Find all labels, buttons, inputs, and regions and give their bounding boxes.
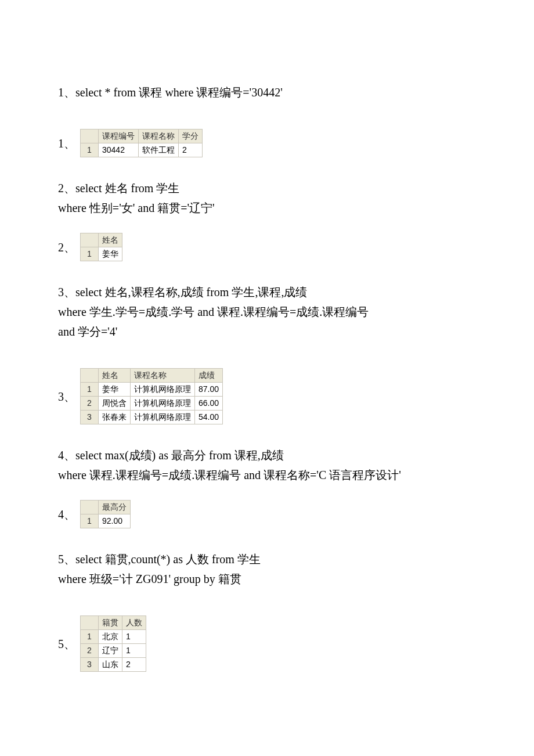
row-number: 1 xyxy=(81,143,99,157)
row-number: 1 xyxy=(81,514,99,528)
cell: 66.00 xyxy=(195,397,223,411)
q5-label: 5、 xyxy=(58,635,75,653)
q2-sql-line1: 2、select 姓名 from 学生 xyxy=(58,179,476,197)
q1-sql: 1、select * from 课程 where 课程编号='30442' xyxy=(58,84,476,101)
cell: 周悦含 xyxy=(99,397,131,411)
grid-corner xyxy=(81,129,99,143)
col-header: 最高分 xyxy=(99,501,131,514)
cell: 54.00 xyxy=(195,411,223,424)
cell: 2 xyxy=(179,143,203,157)
row-number: 1 xyxy=(81,247,99,261)
table-row: 1 姜华 计算机网络原理 87.00 xyxy=(81,383,223,397)
grid-corner xyxy=(81,616,99,630)
col-header: 课程名称 xyxy=(139,129,179,143)
row-number: 1 xyxy=(81,383,99,397)
col-header: 姓名 xyxy=(99,233,122,247)
q3-result-grid: 姓名 课程名称 成绩 1 姜华 计算机网络原理 87.00 2 周悦含 计算机网… xyxy=(80,368,223,424)
q4-sql-line1: 4、select max(成绩) as 最高分 from 课程,成绩 xyxy=(58,447,476,464)
cell: 计算机网络原理 xyxy=(131,411,195,424)
row-number: 1 xyxy=(81,630,99,644)
grid-corner xyxy=(81,369,99,383)
cell: 1 xyxy=(122,644,146,658)
q4-result-grid: 最高分 1 92.00 xyxy=(80,500,131,528)
col-header: 姓名 xyxy=(99,369,131,383)
row-number: 2 xyxy=(81,644,99,658)
cell: 山东 xyxy=(99,658,122,672)
q1-label: 1、 xyxy=(58,135,75,152)
q3-sql-line3: and 学分='4' xyxy=(58,323,476,340)
table-row: 2 周悦含 计算机网络原理 66.00 xyxy=(81,397,223,411)
cell: 计算机网络原理 xyxy=(131,383,195,397)
grid-corner xyxy=(81,501,99,514)
row-number: 2 xyxy=(81,397,99,411)
table-row: 1 姜华 xyxy=(81,247,122,261)
q1-result-block: 1、 课程编号 课程名称 学分 1 30442 软件工程 2 xyxy=(58,129,476,157)
cell: 2 xyxy=(122,658,146,672)
table-row: 3 张春来 计算机网络原理 54.00 xyxy=(81,411,223,424)
col-header: 成绩 xyxy=(195,369,223,383)
document-page: 1、select * from 课程 where 课程编号='30442' 1、… xyxy=(0,0,534,707)
q4-result-block: 4、 最高分 1 92.00 xyxy=(58,500,476,528)
table-row: 1 北京 1 xyxy=(81,630,146,644)
cell: 30442 xyxy=(99,143,139,157)
cell: 软件工程 xyxy=(139,143,179,157)
cell: 92.00 xyxy=(99,514,131,528)
cell: 张春来 xyxy=(99,411,131,424)
table-row: 2 辽宁 1 xyxy=(81,644,146,658)
q3-sql-line1: 3、select 姓名,课程名称,成绩 from 学生,课程,成绩 xyxy=(58,283,476,301)
grid-corner xyxy=(81,233,99,247)
q2-label: 2、 xyxy=(58,239,75,256)
q5-sql-line1: 5、select 籍贯,count(*) as 人数 from 学生 xyxy=(58,550,476,568)
col-header: 课程名称 xyxy=(131,369,195,383)
table-row: 1 92.00 xyxy=(81,514,131,528)
q5-result-grid: 籍贯 人数 1 北京 1 2 辽宁 1 3 山东 2 xyxy=(80,615,146,672)
table-row: 3 山东 2 xyxy=(81,658,146,672)
row-number: 3 xyxy=(81,658,99,672)
q3-sql-line2: where 学生.学号=成绩.学号 and 课程.课程编号=成绩.课程编号 xyxy=(58,303,476,321)
col-header: 学分 xyxy=(179,129,203,143)
q3-result-block: 3、 姓名 课程名称 成绩 1 姜华 计算机网络原理 87.00 2 周悦含 计… xyxy=(58,368,476,424)
cell: 北京 xyxy=(99,630,122,644)
col-header: 课程编号 xyxy=(99,129,139,143)
table-row: 1 30442 软件工程 2 xyxy=(81,143,203,157)
q5-sql-line2: where 班级='计 ZG091' group by 籍贯 xyxy=(58,570,476,588)
q2-result-block: 2、 姓名 1 姜华 xyxy=(58,233,476,261)
col-header: 籍贯 xyxy=(99,616,122,630)
q4-label: 4、 xyxy=(58,506,75,523)
col-header: 人数 xyxy=(122,616,146,630)
q3-label: 3、 xyxy=(58,388,75,405)
cell: 87.00 xyxy=(195,383,223,397)
row-number: 3 xyxy=(81,411,99,424)
cell: 姜华 xyxy=(99,247,122,261)
q2-result-grid: 姓名 1 姜华 xyxy=(80,233,122,261)
cell: 姜华 xyxy=(99,383,131,397)
q2-sql-line2: where 性别='女' and 籍贯='辽宁' xyxy=(58,199,476,217)
cell: 计算机网络原理 xyxy=(131,397,195,411)
cell: 1 xyxy=(122,630,146,644)
q5-result-block: 5、 籍贯 人数 1 北京 1 2 辽宁 1 3 山东 2 xyxy=(58,615,476,672)
q1-result-grid: 课程编号 课程名称 学分 1 30442 软件工程 2 xyxy=(80,129,203,157)
cell: 辽宁 xyxy=(99,644,122,658)
q4-sql-line2: where 课程.课程编号=成绩.课程编号 and 课程名称='C 语言程序设计… xyxy=(58,466,476,484)
